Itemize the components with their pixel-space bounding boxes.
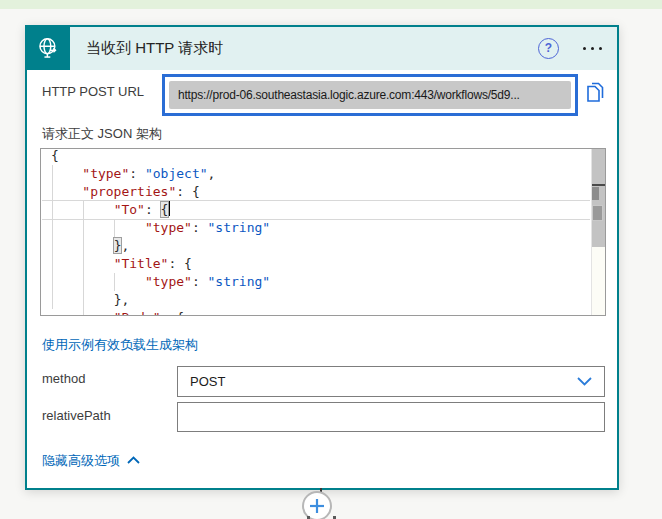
- http-post-url-field-focus: https://prod-06.southeastasia.logic.azur…: [162, 74, 578, 116]
- text-cursor: [168, 201, 170, 216]
- schema-editor[interactable]: { "type": "object", "properties": { "To"…: [40, 148, 606, 316]
- ellipsis-icon[interactable]: [583, 43, 602, 54]
- code-line: },: [51, 237, 591, 255]
- code-line: "type": "string": [51, 219, 591, 237]
- relative-path-input[interactable]: [177, 402, 605, 432]
- code-line: {: [51, 149, 591, 165]
- method-value: POST: [190, 374, 577, 389]
- hide-advanced-options-label: 隐藏高级选项: [42, 453, 120, 468]
- http-post-url-label: HTTP POST URL: [42, 84, 144, 99]
- globe-http-request-icon: [27, 27, 70, 70]
- relative-path-label: relativePath: [42, 408, 111, 423]
- page-top-strip: [0, 0, 662, 9]
- editor-scrollbar[interactable]: [591, 149, 605, 315]
- code-line: "To": {: [51, 201, 591, 219]
- generate-schema-link[interactable]: 使用示例有效负载生成架构: [42, 336, 198, 354]
- code-line: "type": "object",: [51, 165, 591, 183]
- plus-circle-icon[interactable]: [302, 491, 332, 519]
- copy-icon[interactable]: [584, 82, 606, 106]
- code-line: "type": "string": [51, 273, 591, 291]
- hide-advanced-options-link[interactable]: 隐藏高级选项: [42, 452, 140, 470]
- schema-editor-code-area[interactable]: { "type": "object", "properties": { "To"…: [41, 149, 591, 315]
- editor-scrollbar-cursor-mark: [592, 184, 605, 186]
- editor-scrollbar-mark: [592, 205, 603, 221]
- method-dropdown[interactable]: POST: [177, 366, 605, 397]
- schema-editor-code: { "type": "object", "properties": { "To"…: [41, 149, 591, 315]
- code-line: "properties": {: [51, 183, 591, 201]
- trigger-title: 当收到 HTTP 请求时: [86, 39, 538, 58]
- help-circle-icon[interactable]: ?: [538, 38, 559, 59]
- trigger-card-header[interactable]: 当收到 HTTP 请求时 ?: [27, 27, 617, 70]
- code-line: "Title": {: [51, 255, 591, 273]
- method-label: method: [42, 371, 85, 386]
- editor-scrollbar-mark: [592, 187, 599, 200]
- http-request-trigger-card: 当收到 HTTP 请求时 ? HTTP POST URL https://pro…: [25, 25, 619, 490]
- http-post-url-value[interactable]: https://prod-06.southeastasia.logic.azur…: [169, 81, 571, 109]
- chevron-up-icon: [127, 456, 140, 464]
- schema-label: 请求正文 JSON 架构: [42, 125, 162, 143]
- code-line: "Body": {: [51, 309, 591, 315]
- code-line: },: [51, 291, 591, 309]
- chevron-down-icon: [577, 377, 592, 386]
